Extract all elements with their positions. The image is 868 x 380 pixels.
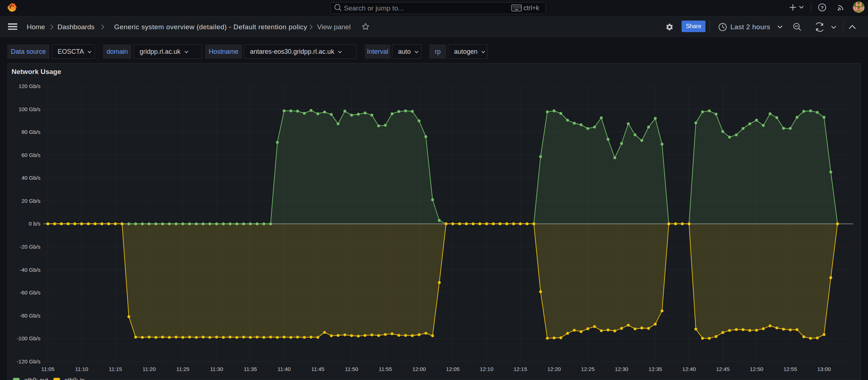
svg-text:11:55: 11:55 bbox=[379, 366, 392, 372]
svg-text:11:50: 11:50 bbox=[345, 366, 358, 372]
svg-text:12:40: 12:40 bbox=[682, 366, 696, 372]
svg-text:eth0: in: eth0: in bbox=[65, 377, 85, 380]
svg-text:60 Gb/s: 60 Gb/s bbox=[21, 152, 40, 158]
svg-text:12:30: 12:30 bbox=[615, 366, 629, 372]
svg-text:11:10: 11:10 bbox=[75, 366, 88, 372]
svg-text:-20 Gb/s: -20 Gb/s bbox=[20, 244, 40, 250]
svg-text:12:00: 12:00 bbox=[412, 366, 426, 372]
svg-text:20 Gb/s: 20 Gb/s bbox=[21, 198, 40, 204]
svg-text:12:25: 12:25 bbox=[581, 366, 595, 372]
svg-text:-40 Gb/s: -40 Gb/s bbox=[20, 267, 40, 273]
svg-text:12:50: 12:50 bbox=[750, 366, 764, 372]
svg-text:80 Gb/s: 80 Gb/s bbox=[21, 129, 40, 135]
svg-text:40 Gb/s: 40 Gb/s bbox=[21, 175, 40, 181]
svg-text:12:55: 12:55 bbox=[783, 366, 797, 372]
svg-text:eth0: out: eth0: out bbox=[24, 377, 48, 380]
svg-text:11:30: 11:30 bbox=[210, 366, 223, 372]
svg-text:12:15: 12:15 bbox=[514, 366, 527, 372]
svg-text:12:20: 12:20 bbox=[547, 366, 561, 372]
svg-text:11:05: 11:05 bbox=[41, 366, 54, 372]
svg-text:11:40: 11:40 bbox=[277, 366, 290, 372]
svg-text:120 Gb/s: 120 Gb/s bbox=[18, 83, 40, 89]
svg-text:?: ? bbox=[821, 5, 824, 10]
svg-text:-100 Gb/s: -100 Gb/s bbox=[17, 335, 40, 341]
svg-text:11:15: 11:15 bbox=[109, 366, 122, 372]
svg-text:100 Gb/s: 100 Gb/s bbox=[18, 106, 40, 112]
svg-text:12:05: 12:05 bbox=[446, 366, 460, 372]
svg-text:12:45: 12:45 bbox=[716, 366, 730, 372]
svg-text:11:25: 11:25 bbox=[176, 366, 189, 372]
svg-text:11:45: 11:45 bbox=[311, 366, 324, 372]
svg-text:11:20: 11:20 bbox=[143, 366, 156, 372]
svg-text:-60 Gb/s: -60 Gb/s bbox=[20, 289, 40, 296]
svg-text:-120 Gb/s: -120 Gb/s bbox=[17, 358, 40, 364]
svg-text:-80 Gb/s: -80 Gb/s bbox=[20, 313, 40, 319]
svg-text:11:35: 11:35 bbox=[244, 366, 257, 372]
svg-text:12:10: 12:10 bbox=[480, 366, 493, 372]
svg-text:0 b/s: 0 b/s bbox=[29, 220, 40, 227]
svg-text:13:00: 13:00 bbox=[817, 366, 831, 372]
svg-text:12:35: 12:35 bbox=[648, 366, 662, 372]
